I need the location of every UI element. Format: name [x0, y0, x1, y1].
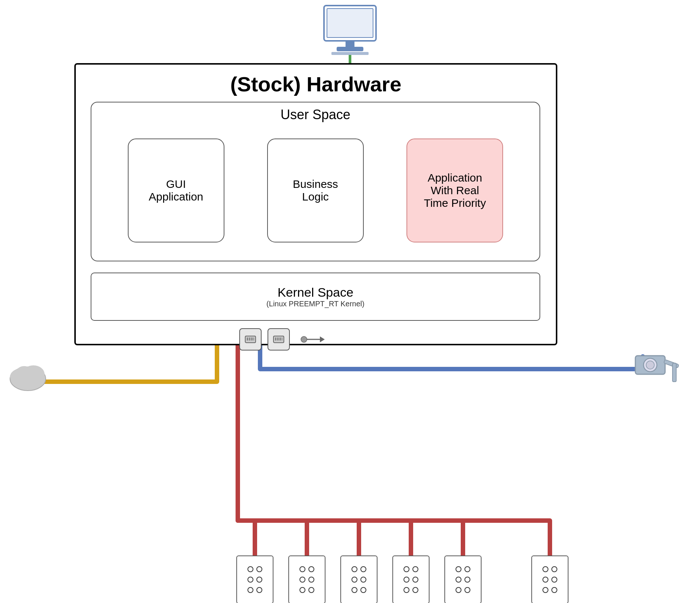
user-space-title: User Space	[91, 102, 539, 123]
io-dot-row	[247, 566, 262, 572]
svg-rect-8	[249, 338, 250, 340]
io-dot	[412, 577, 418, 583]
io-device-1	[236, 555, 273, 603]
io-dot	[542, 566, 548, 572]
gui-application-box: GUIApplication	[128, 138, 224, 242]
io-dot	[464, 577, 470, 583]
io-device-3	[340, 555, 377, 603]
io-dot	[308, 587, 314, 593]
io-dot	[456, 587, 461, 593]
ethernet-port-1	[239, 328, 262, 351]
io-dot	[404, 566, 409, 572]
business-logic-label: BusinessLogic	[293, 178, 338, 203]
cloud-icon	[7, 356, 56, 395]
io-dot	[412, 566, 418, 572]
svg-point-25	[646, 361, 654, 369]
io-dot	[412, 587, 418, 593]
io-dot	[351, 566, 357, 572]
kernel-space-box: Kernel Space (Linux PREEMPT_RT Kernel)	[91, 273, 540, 321]
ethernet-port-2	[268, 328, 290, 351]
io-dot	[360, 566, 366, 572]
user-space-box: User Space GUIApplication BusinessLogic …	[91, 102, 540, 261]
io-device-2	[288, 555, 325, 603]
io-dot	[299, 587, 305, 593]
io-dot	[247, 577, 253, 583]
io-dot	[256, 566, 262, 572]
svg-rect-10	[253, 338, 254, 340]
io-dot	[351, 587, 357, 593]
io-dot	[456, 566, 461, 572]
kernel-space-subtitle: (Linux PREEMPT_RT Kernel)	[266, 300, 364, 308]
io-dot	[308, 566, 314, 572]
io-device-4	[392, 555, 430, 603]
io-device-5	[444, 555, 482, 603]
io-dot	[551, 566, 557, 572]
svg-rect-13	[277, 338, 279, 340]
io-dot	[256, 577, 262, 583]
io-dot	[542, 577, 548, 583]
svg-point-16	[301, 336, 307, 342]
svg-rect-14	[279, 338, 281, 340]
hardware-title: (Stock) Hardware	[76, 65, 556, 96]
hardware-box: (Stock) Hardware User Space GUIApplicati…	[74, 63, 557, 345]
io-dot	[360, 587, 366, 593]
io-dot	[456, 577, 461, 583]
svg-point-22	[16, 366, 32, 379]
io-dot	[247, 587, 253, 593]
svg-rect-4	[337, 47, 363, 51]
svg-rect-3	[346, 41, 354, 48]
io-dot-row	[247, 577, 262, 583]
svg-rect-15	[282, 338, 282, 340]
rt-priority-box: ApplicationWith RealTime Priority	[406, 138, 503, 242]
io-dot	[360, 577, 366, 583]
svg-rect-27	[673, 363, 676, 382]
svg-marker-18	[320, 336, 325, 342]
io-dot	[464, 566, 470, 572]
diagram: (Stock) Hardware User Space GUIApplicati…	[0, 0, 700, 603]
app-boxes-container: GUIApplication BusinessLogic Application…	[91, 123, 539, 258]
svg-rect-26	[664, 359, 679, 368]
io-device-6	[531, 555, 568, 603]
svg-rect-7	[247, 338, 248, 340]
io-dot	[299, 566, 305, 572]
io-dot	[308, 577, 314, 583]
svg-rect-5	[331, 52, 369, 55]
io-dot	[404, 587, 409, 593]
io-dot	[299, 577, 305, 583]
io-dot	[464, 587, 470, 593]
camera-icon	[624, 345, 684, 391]
monitor-icon	[320, 4, 380, 57]
ports-area	[239, 328, 329, 351]
io-dot	[551, 587, 557, 593]
io-dot	[404, 577, 409, 583]
svg-rect-2	[327, 9, 373, 38]
io-dot-row	[247, 587, 262, 593]
kernel-space-title: Kernel Space	[278, 285, 353, 300]
svg-rect-12	[275, 338, 276, 340]
gui-application-label: GUIApplication	[149, 178, 203, 203]
rt-priority-label: ApplicationWith RealTime Priority	[424, 172, 486, 209]
io-dot	[351, 577, 357, 583]
usb-icon	[299, 332, 329, 347]
io-dot	[551, 577, 557, 583]
io-dot	[256, 587, 262, 593]
business-logic-box: BusinessLogic	[267, 138, 364, 242]
io-dot	[247, 566, 253, 572]
io-dot	[542, 587, 548, 593]
svg-rect-9	[251, 338, 253, 340]
